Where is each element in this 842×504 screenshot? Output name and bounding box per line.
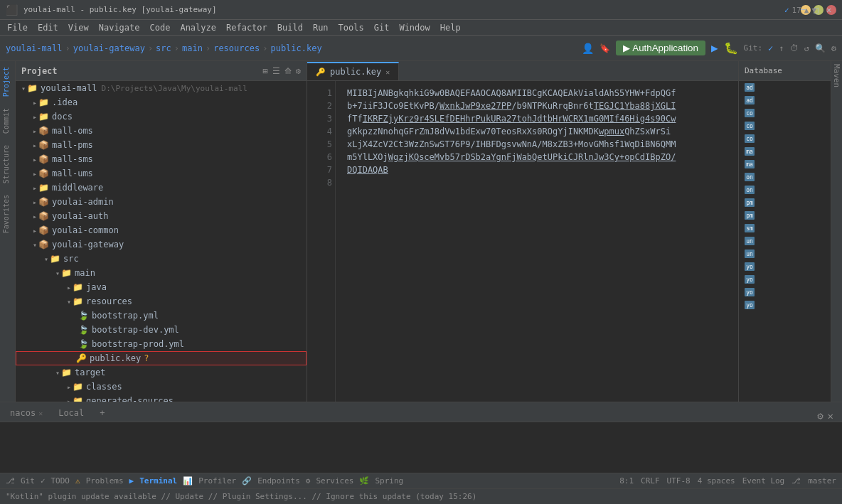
menu-navigate[interactable]: Navigate bbox=[95, 21, 144, 34]
list-item[interactable]: ▾ 📁 resources bbox=[16, 294, 307, 309]
list-item[interactable]: ma bbox=[739, 158, 831, 171]
list-item[interactable]: 🍃 bootstrap-dev.yml bbox=[16, 323, 307, 337]
list-item[interactable]: sm bbox=[739, 222, 831, 235]
filter-icon[interactable]: ⟰ bbox=[284, 66, 292, 76]
list-item[interactable]: co bbox=[739, 119, 831, 132]
new-terminal-button[interactable]: + bbox=[92, 404, 112, 422]
breadcrumb-gateway[interactable]: youlai-gateway bbox=[73, 43, 145, 53]
git-bottom-label[interactable]: Git bbox=[21, 476, 35, 486]
list-item[interactable]: pm bbox=[739, 209, 831, 222]
list-item[interactable]: co bbox=[739, 132, 831, 145]
list-item[interactable]: ▸ 📁 generated-sources bbox=[16, 394, 307, 402]
list-item[interactable]: ▸ 📁 .idea bbox=[16, 95, 307, 109]
list-item[interactable]: yo bbox=[739, 299, 831, 311]
maven-tab[interactable]: Maven bbox=[832, 64, 841, 87]
nacos-tab-close[interactable]: ✕ bbox=[38, 409, 43, 417]
settings-icon[interactable]: ⚙ bbox=[817, 410, 823, 422]
breadcrumb-root[interactable]: youlai-mall bbox=[6, 43, 62, 53]
history-icon[interactable]: ⏱ bbox=[790, 43, 799, 53]
vert-tab-favorites[interactable]: Favorites bbox=[0, 189, 15, 239]
list-item[interactable]: co bbox=[739, 107, 831, 119]
menu-edit[interactable]: Edit bbox=[33, 21, 63, 34]
spring-label[interactable]: Spring bbox=[375, 476, 403, 486]
list-item[interactable]: ▸ 📦 youlai-admin bbox=[16, 195, 307, 209]
todo-label[interactable]: TODO bbox=[51, 476, 70, 486]
breadcrumb-file[interactable]: public.key bbox=[270, 43, 321, 53]
terminal-tab-local[interactable]: Local bbox=[51, 404, 91, 422]
charset[interactable]: UTF-8 bbox=[667, 476, 691, 486]
list-item[interactable]: pm bbox=[739, 196, 831, 209]
problems-label[interactable]: Problems bbox=[86, 476, 124, 486]
settings-icon[interactable]: ⚙ bbox=[831, 43, 836, 53]
menu-refactor[interactable]: Refactor bbox=[222, 21, 272, 34]
list-item[interactable]: ▸ 📁 classes bbox=[16, 380, 307, 394]
list-item[interactable]: ▸ 📁 middleware bbox=[16, 181, 307, 195]
debug-button[interactable]: 🐛 bbox=[724, 41, 738, 55]
list-item[interactable]: on bbox=[739, 183, 831, 196]
menu-code[interactable]: Code bbox=[146, 21, 175, 34]
tree-root[interactable]: ▾ 📁 youlai-mall D:\Projects\Java\My\youl… bbox=[16, 81, 307, 95]
list-item[interactable]: ▸ 📦 youlai-auth bbox=[16, 209, 307, 223]
vert-tab-structure[interactable]: Structure bbox=[0, 139, 15, 189]
list-item[interactable]: yo bbox=[739, 273, 831, 286]
list-item[interactable]: on bbox=[739, 171, 831, 183]
services-label[interactable]: Services bbox=[316, 476, 353, 486]
line-ending[interactable]: CRLF bbox=[641, 476, 660, 486]
menu-tools[interactable]: Tools bbox=[334, 21, 368, 34]
terminal-input[interactable] bbox=[6, 443, 836, 453]
list-item[interactable]: ▾ 📦 youlai-gateway bbox=[16, 237, 307, 252]
list-item[interactable]: ▾ 📁 main bbox=[16, 266, 307, 280]
run-button[interactable]: ▶ bbox=[711, 41, 718, 55]
expand-all-icon[interactable]: ⊞ bbox=[263, 66, 268, 76]
list-item[interactable]: ▸ 📦 mall-oms bbox=[16, 124, 307, 138]
list-item[interactable]: ▸ 📦 mall-sms bbox=[16, 152, 307, 166]
list-item[interactable]: yo bbox=[739, 260, 831, 273]
list-item[interactable]: ad bbox=[739, 81, 831, 94]
run-config-button[interactable]: ▶ AuthApplication bbox=[616, 41, 705, 55]
list-item[interactable]: ▸ 📦 mall-ums bbox=[16, 166, 307, 181]
undo-icon[interactable]: ↺ bbox=[804, 43, 809, 53]
menu-file[interactable]: File bbox=[3, 21, 32, 34]
breadcrumb-src[interactable]: src bbox=[156, 43, 171, 53]
menu-help[interactable]: Help bbox=[436, 21, 465, 34]
list-item[interactable]: un bbox=[739, 247, 831, 260]
indent-info[interactable]: 4 spaces bbox=[698, 476, 735, 486]
settings-gear-icon[interactable]: ⚙ bbox=[296, 66, 301, 76]
list-item[interactable]: ▸ 📦 mall-pms bbox=[16, 138, 307, 152]
list-item[interactable]: ▸ 📦 youlai-common bbox=[16, 223, 307, 237]
menu-analyze[interactable]: Analyze bbox=[176, 21, 220, 34]
close-button[interactable]: ✕ bbox=[826, 5, 836, 15]
vert-tab-commit[interactable]: Commit bbox=[0, 102, 15, 139]
close-panel-icon[interactable]: ✕ bbox=[828, 410, 833, 422]
list-item[interactable]: ad bbox=[739, 94, 831, 107]
code-editor[interactable]: MIIBIjANBgkqhkiG9w0BAQEFAAOCAQ8AMIIBCgKC… bbox=[336, 81, 738, 402]
menu-build[interactable]: Build bbox=[273, 21, 307, 34]
list-item[interactable]: ▸ 📁 docs bbox=[16, 109, 307, 124]
list-item[interactable]: ▾ 📁 target bbox=[16, 365, 307, 380]
list-item[interactable]: 🍃 bootstrap.yml bbox=[16, 309, 307, 323]
breadcrumb-resources[interactable]: resources bbox=[213, 43, 260, 53]
list-item[interactable]: ▸ 📁 java bbox=[16, 280, 307, 294]
menu-view[interactable]: View bbox=[64, 21, 93, 34]
tab-close-button[interactable]: ✕ bbox=[385, 68, 390, 76]
git-branch-name[interactable]: master bbox=[808, 476, 836, 486]
selected-file-item[interactable]: 🔑 public.key ? bbox=[16, 351, 307, 365]
menu-run[interactable]: Run bbox=[309, 21, 333, 34]
editor-tab-public-key[interactable]: 🔑 public.key ✕ bbox=[307, 62, 399, 80]
endpoints-label[interactable]: Endpoints bbox=[257, 476, 300, 486]
collapse-all-icon[interactable]: ☰ bbox=[272, 66, 280, 76]
profiler-label[interactable]: Profiler bbox=[198, 476, 236, 486]
menu-window[interactable]: Window bbox=[395, 21, 434, 34]
event-log-label[interactable]: Event Log bbox=[742, 476, 785, 486]
terminal-label[interactable]: Terminal bbox=[139, 476, 177, 486]
list-item[interactable]: ▾ 📁 src bbox=[16, 252, 307, 266]
breadcrumb-main[interactable]: main bbox=[182, 43, 203, 53]
menu-git[interactable]: Git bbox=[370, 21, 394, 34]
list-item[interactable]: 🍃 bootstrap-prod.yml bbox=[16, 337, 307, 351]
terminal-tab-nacos[interactable]: nacos ✕ bbox=[3, 404, 50, 422]
list-item[interactable]: ma bbox=[739, 145, 831, 158]
vert-tab-project[interactable]: Project bbox=[0, 61, 15, 102]
search-icon[interactable]: 🔍 bbox=[815, 43, 826, 53]
list-item[interactable]: un bbox=[739, 235, 831, 247]
list-item[interactable]: yo bbox=[739, 286, 831, 299]
